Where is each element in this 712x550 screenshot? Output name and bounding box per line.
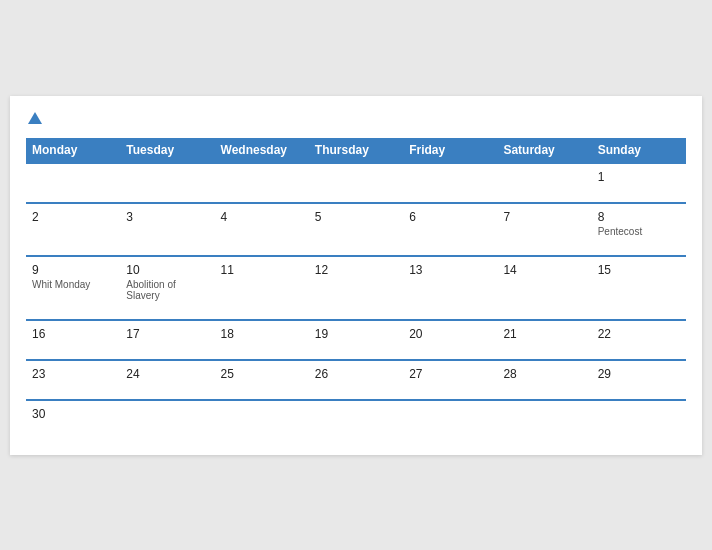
week-row: 2345678Pentecost xyxy=(26,203,686,256)
day-number: 5 xyxy=(315,210,397,224)
week-row: 9Whit Monday10Abolition of Slavery111213… xyxy=(26,256,686,320)
day-number: 17 xyxy=(126,327,208,341)
day-number: 12 xyxy=(315,263,397,277)
day-cell: 5 xyxy=(309,203,403,256)
day-cell: 23 xyxy=(26,360,120,400)
day-number: 9 xyxy=(32,263,114,277)
day-event-label: Pentecost xyxy=(598,226,680,237)
day-cell: 20 xyxy=(403,320,497,360)
day-cell: 14 xyxy=(497,256,591,320)
day-cell: 19 xyxy=(309,320,403,360)
day-cell: 16 xyxy=(26,320,120,360)
calendar-table: MondayTuesdayWednesdayThursdayFridaySatu… xyxy=(26,138,686,439)
day-number: 20 xyxy=(409,327,491,341)
day-number: 15 xyxy=(598,263,680,277)
day-number: 24 xyxy=(126,367,208,381)
day-cell xyxy=(309,400,403,439)
day-cell xyxy=(403,400,497,439)
day-cell: 27 xyxy=(403,360,497,400)
day-cell: 18 xyxy=(215,320,309,360)
calendar-header-row: MondayTuesdayWednesdayThursdayFridaySatu… xyxy=(26,138,686,163)
day-cell: 7 xyxy=(497,203,591,256)
day-cell xyxy=(215,400,309,439)
day-number: 14 xyxy=(503,263,585,277)
day-cell: 22 xyxy=(592,320,686,360)
day-number: 19 xyxy=(315,327,397,341)
day-cell: 24 xyxy=(120,360,214,400)
col-header-wednesday: Wednesday xyxy=(215,138,309,163)
day-cell: 8Pentecost xyxy=(592,203,686,256)
day-number: 23 xyxy=(32,367,114,381)
day-cell: 10Abolition of Slavery xyxy=(120,256,214,320)
day-number: 13 xyxy=(409,263,491,277)
day-number: 10 xyxy=(126,263,208,277)
day-number: 4 xyxy=(221,210,303,224)
day-number: 8 xyxy=(598,210,680,224)
col-header-thursday: Thursday xyxy=(309,138,403,163)
day-cell: 17 xyxy=(120,320,214,360)
week-row: 30 xyxy=(26,400,686,439)
calendar-header xyxy=(26,112,686,126)
day-cell xyxy=(26,163,120,203)
col-header-sunday: Sunday xyxy=(592,138,686,163)
day-cell: 30 xyxy=(26,400,120,439)
col-header-friday: Friday xyxy=(403,138,497,163)
day-cell: 26 xyxy=(309,360,403,400)
day-number: 18 xyxy=(221,327,303,341)
calendar: MondayTuesdayWednesdayThursdayFridaySatu… xyxy=(10,96,702,455)
day-cell: 29 xyxy=(592,360,686,400)
day-cell xyxy=(497,400,591,439)
day-number: 16 xyxy=(32,327,114,341)
day-cell: 1 xyxy=(592,163,686,203)
day-cell: 9Whit Monday xyxy=(26,256,120,320)
day-cell xyxy=(120,163,214,203)
day-number: 30 xyxy=(32,407,114,421)
day-cell xyxy=(120,400,214,439)
day-number: 25 xyxy=(221,367,303,381)
day-number: 22 xyxy=(598,327,680,341)
day-cell: 25 xyxy=(215,360,309,400)
week-row: 16171819202122 xyxy=(26,320,686,360)
day-cell: 11 xyxy=(215,256,309,320)
day-cell: 28 xyxy=(497,360,591,400)
day-cell xyxy=(497,163,591,203)
week-row: 23242526272829 xyxy=(26,360,686,400)
logo xyxy=(26,112,42,126)
col-header-tuesday: Tuesday xyxy=(120,138,214,163)
day-number: 11 xyxy=(221,263,303,277)
day-cell: 12 xyxy=(309,256,403,320)
day-number: 28 xyxy=(503,367,585,381)
day-cell xyxy=(309,163,403,203)
col-header-saturday: Saturday xyxy=(497,138,591,163)
day-number: 2 xyxy=(32,210,114,224)
day-number: 7 xyxy=(503,210,585,224)
day-cell xyxy=(592,400,686,439)
day-number: 6 xyxy=(409,210,491,224)
day-cell xyxy=(215,163,309,203)
day-cell: 4 xyxy=(215,203,309,256)
day-number: 26 xyxy=(315,367,397,381)
day-event-label: Abolition of Slavery xyxy=(126,279,208,301)
day-number: 29 xyxy=(598,367,680,381)
day-cell: 15 xyxy=(592,256,686,320)
col-header-monday: Monday xyxy=(26,138,120,163)
day-cell: 13 xyxy=(403,256,497,320)
logo-triangle-icon xyxy=(28,112,42,124)
day-cell xyxy=(403,163,497,203)
day-number: 27 xyxy=(409,367,491,381)
day-number: 3 xyxy=(126,210,208,224)
day-cell: 6 xyxy=(403,203,497,256)
day-number: 21 xyxy=(503,327,585,341)
day-event-label: Whit Monday xyxy=(32,279,114,290)
week-row: 1 xyxy=(26,163,686,203)
day-number: 1 xyxy=(598,170,680,184)
day-cell: 2 xyxy=(26,203,120,256)
day-cell: 21 xyxy=(497,320,591,360)
day-cell: 3 xyxy=(120,203,214,256)
